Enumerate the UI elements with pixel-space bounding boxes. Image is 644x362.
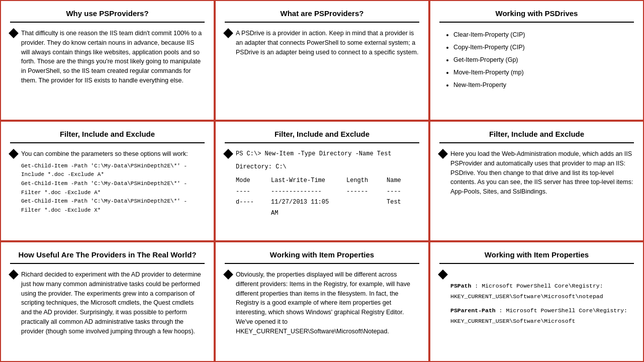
card-title: How Useful Are The Providers in The Real… — [10, 250, 205, 264]
card-why-psproviders: Why use PSProviders?That difficulty is o… — [0, 0, 215, 121]
diamond-icon — [223, 269, 233, 280]
card-body: Obviously, the properties displayed will… — [225, 270, 419, 339]
card-working-with-item-properties-2: Working with Item PropertiesPSPath : Mic… — [429, 241, 644, 362]
diamond-icon — [223, 28, 233, 38]
diamond-icon — [9, 269, 19, 280]
card-body: PSPath : Microsoft PowerShell Core\Regis… — [439, 270, 634, 331]
card-body: You can combine the parameters so these … — [10, 149, 205, 218]
diamond-icon — [223, 149, 233, 159]
registry-line: PSParent-Path : Microsoft PowerShell Cor… — [450, 306, 634, 326]
bullet-list: Clear-Item-Property (CIP)Copy-Item-Prope… — [439, 29, 634, 92]
card-what-are-psproviders: What are PSProviders?A PSDrive is a prov… — [215, 0, 429, 121]
card-working-with-item-properties-1: Working with Item PropertiesObviously, t… — [215, 241, 429, 362]
diamond-icon — [9, 149, 19, 159]
card-text: A PSDrive is a provider in action. Keep … — [236, 29, 419, 57]
list-item: Get-Item-Property (Gp) — [453, 54, 634, 66]
card-filter-include-exclude-1: Filter, Include and ExcludeYou can combi… — [0, 121, 215, 241]
list-item: Copy-Item-Property (CIP) — [453, 41, 634, 54]
card-title: Working with Item Properties — [439, 250, 634, 264]
card-body: A PSDrive is a provider in action. Keep … — [225, 29, 419, 60]
card-body: Richard decided to experiment with the A… — [10, 270, 205, 339]
list-item: Move-Item-Property (mp) — [453, 66, 634, 79]
card-text: You can combine the parameters so these … — [21, 149, 205, 159]
card-how-useful-providers: How Useful Are The Providers in The Real… — [0, 241, 215, 362]
card-title: Filter, Include and Exclude — [10, 130, 205, 143]
card-text: Obviously, the properties displayed will… — [236, 270, 419, 336]
card-title: Filter, Include and Exclude — [439, 130, 634, 143]
slide-grid: Why use PSProviders?That difficulty is o… — [0, 0, 644, 362]
registry-line: PSPath : Microsoft PowerShell Core\Regis… — [450, 281, 634, 302]
card-text: That difficulty is one reason the IIS te… — [21, 29, 205, 85]
card-body: That difficulty is one reason the IIS te… — [10, 29, 205, 88]
list-item: Clear-Item-Property (CIP) — [453, 29, 634, 41]
card-title: Why use PSProviders? — [10, 9, 205, 23]
list-item: New-Item-Property — [453, 79, 634, 92]
diamond-icon — [438, 269, 448, 280]
card-text: Here you load the Web-Administration mod… — [450, 149, 634, 197]
card-title: Working with PSDrives — [439, 9, 634, 23]
diamond-icon — [438, 149, 448, 159]
code-block: Get-Child-Item -Path 'C:\My-Data\PSHinDe… — [21, 162, 205, 215]
directory-label: Directory: C:\ — [236, 162, 419, 171]
card-text: Richard decided to experiment with the A… — [21, 270, 205, 336]
command-line: PS C:\> New-Item -Type Directory -Name T… — [236, 149, 419, 158]
card-title: What are PSProviders? — [225, 9, 419, 23]
card-body: Here you load the Web-Administration mod… — [439, 149, 634, 200]
directory-table: ModeLast-Write-TimeLengthName-----------… — [236, 175, 419, 219]
card-title: Working with Item Properties — [225, 250, 419, 264]
card-filter-include-exclude-3: Filter, Include and ExcludeHere you load… — [429, 121, 644, 241]
card-body: PS C:\> New-Item -Type Directory -Name T… — [225, 149, 419, 219]
card-title: Filter, Include and Exclude — [225, 130, 419, 143]
card-body: Clear-Item-Property (CIP)Copy-Item-Prope… — [439, 29, 634, 92]
registry-block: PSPath : Microsoft PowerShell Core\Regis… — [450, 281, 634, 327]
card-filter-include-exclude-2: Filter, Include and ExcludePS C:\> New-I… — [215, 121, 429, 241]
diamond-icon — [9, 28, 19, 38]
card-working-with-psdrives: Working with PSDrivesClear-Item-Property… — [429, 0, 644, 121]
